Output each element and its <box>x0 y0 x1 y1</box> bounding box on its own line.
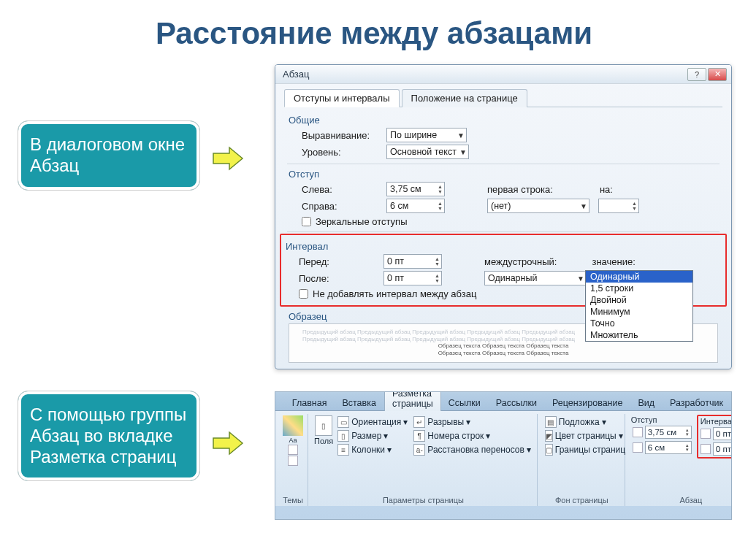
breaks-button[interactable]: ↵Разрывы ▾ <box>412 415 533 429</box>
theme-colors-icon[interactable] <box>288 445 298 455</box>
interval-highlighted-section: Интервал Перед: 0 пт▲▼ междустрочный: зн… <box>280 234 727 307</box>
themes-icon[interactable] <box>283 415 303 436</box>
before-spinner[interactable]: 0 пт▲▼ <box>383 254 442 269</box>
spacing-before-spinner[interactable]: 0 пт▲▼ <box>699 426 732 441</box>
first-line-label: первая строка: <box>487 184 553 195</box>
ribbon-group-themes: Темы <box>283 494 303 506</box>
svg-marker-1 <box>213 432 243 454</box>
value-label: значение: <box>592 256 635 267</box>
watermark-icon: ▤ <box>545 416 557 428</box>
interval-heading: Интервал <box>281 241 725 252</box>
line-numbers-button[interactable]: ¶Номера строк ▾ <box>412 429 533 442</box>
interval-label: Интервал <box>699 417 732 426</box>
ribbon-tab-developer[interactable]: Разработчик <box>663 395 731 410</box>
margins-button[interactable]: ▯ Поля <box>314 415 333 445</box>
hyphenation-button[interactable]: a-Расстановка переносов ▾ <box>412 443 533 456</box>
spacing-after-spinner[interactable]: 0 пт▲▼ <box>699 442 732 456</box>
mirror-indents-checkbox[interactable]: Зеркальные отступы <box>302 216 722 227</box>
theme-fonts-icon[interactable] <box>288 456 298 466</box>
page-color-button[interactable]: ◩Цвет страницы ▾ <box>543 429 620 442</box>
size-button[interactable]: ▯Размер ▾ <box>336 429 409 442</box>
ribbon-tab-review[interactable]: Рецензирование <box>545 395 631 410</box>
hyphen-icon: a- <box>413 444 425 456</box>
after-spinner[interactable]: 0 пт▲▼ <box>383 271 442 285</box>
arrow-right-icon <box>212 431 244 456</box>
margins-icon: ▯ <box>315 415 332 436</box>
ribbon-tab-view[interactable]: Вид <box>630 395 663 410</box>
level-combo[interactable]: Основной текст▼ <box>386 145 469 159</box>
before-label: Перед: <box>299 256 378 267</box>
dialog-titlebar[interactable]: Абзац ? ✕ <box>275 65 731 84</box>
dropdown-option[interactable]: Минимум <box>586 306 692 318</box>
indent-right-spinner[interactable]: 6 см▲▼ <box>631 440 693 455</box>
alignment-combo[interactable]: По ширине▼ <box>386 128 467 142</box>
pageborders-icon: ▢ <box>545 444 553 456</box>
line-spacing-dropdown[interactable]: Одинарный 1,5 строки Двойной Минимум Точ… <box>585 270 693 342</box>
level-label: Уровень: <box>302 147 381 158</box>
tab-line-breaks[interactable]: Положение на странице <box>402 89 527 107</box>
breaks-icon: ↵ <box>413 416 425 428</box>
ribbon-tab-references[interactable]: Ссылки <box>441 395 489 410</box>
columns-button[interactable]: ≡Колонки ▾ <box>336 443 409 456</box>
ribbon-tab-mailings[interactable]: Рассылки <box>489 395 545 410</box>
svg-marker-0 <box>213 147 243 169</box>
indent-heading: Отступ <box>284 169 722 180</box>
ribbon-tab-insert[interactable]: Вставка <box>335 395 383 410</box>
ribbon-group-paragraph: Абзац <box>631 494 732 506</box>
alignment-label: Выравнивание: <box>302 130 381 141</box>
left-spinner[interactable]: 3,75 см▲▼ <box>386 182 445 196</box>
line-spacing-combo[interactable]: Одинарный▼ <box>484 271 587 285</box>
spacing-before-icon <box>701 429 711 439</box>
arrow-right-icon <box>212 146 244 171</box>
ribbon-group-pagesetup: Параметры страницы <box>314 494 533 506</box>
dropdown-option[interactable]: Точно <box>586 318 692 329</box>
ribbon: Главная Вставка Разметка страницы Ссылки… <box>275 391 732 520</box>
size-icon: ▯ <box>337 430 349 442</box>
ribbon-group-pagebg: Фон страницы <box>543 494 620 506</box>
ribbon-tab-home[interactable]: Главная <box>285 395 335 410</box>
close-button[interactable]: ✕ <box>708 68 727 81</box>
office-button[interactable] <box>278 404 285 410</box>
right-label: Справа: <box>302 201 381 212</box>
general-heading: Общие <box>284 115 722 126</box>
orientation-button[interactable]: ▭Ориентация ▾ <box>336 415 409 429</box>
pagecolor-icon: ◩ <box>545 430 553 442</box>
line-spacing-label: междустрочный: <box>484 256 557 267</box>
info-box-ribbon: С помощью группы Абзац во вкладке Размет… <box>18 391 200 481</box>
indent-right-icon <box>633 442 643 453</box>
ribbon-tab-page-layout[interactable]: Разметка страницы <box>384 391 441 411</box>
dialog-title: Абзац <box>283 69 309 80</box>
info-box-dialog: В диалоговом окне Абзац <box>18 120 200 191</box>
columns-icon: ≡ <box>337 444 349 456</box>
page-borders-button[interactable]: ▢Границы страниц <box>543 443 620 456</box>
dropdown-option[interactable]: Одинарный <box>586 271 692 283</box>
dropdown-option[interactable]: Двойной <box>586 294 692 306</box>
interval-highlighted-ribbon: Интервал 0 пт▲▼ 0 пт▲▼ <box>697 415 732 459</box>
right-spinner[interactable]: 6 см▲▼ <box>386 199 445 213</box>
orientation-icon: ▭ <box>337 416 349 428</box>
help-button[interactable]: ? <box>687 68 706 81</box>
indent-label: Отступ <box>631 415 693 424</box>
by-spinner[interactable]: ▲▼ <box>598 199 639 213</box>
linenumbers-icon: ¶ <box>413 430 425 442</box>
watermark-button[interactable]: ▤Подложка ▾ <box>543 415 620 429</box>
page-title: Расстояние между абзацами <box>0 0 748 66</box>
by-label: на: <box>600 184 613 195</box>
first-line-combo[interactable]: (нет)▼ <box>487 199 589 213</box>
indent-left-icon <box>633 427 643 437</box>
dropdown-option[interactable]: 1,5 строки <box>586 283 692 294</box>
paragraph-dialog: Абзац ? ✕ Отступы и интервалы Положение … <box>275 64 732 369</box>
indent-left-spinner[interactable]: 3,75 см▲▼ <box>631 425 693 440</box>
left-label: Слева: <box>302 184 381 195</box>
tab-indents-spacing[interactable]: Отступы и интервалы <box>284 89 400 107</box>
after-label: После: <box>299 273 378 284</box>
spacing-after-icon <box>701 444 711 454</box>
dropdown-option[interactable]: Множитель <box>586 329 692 341</box>
